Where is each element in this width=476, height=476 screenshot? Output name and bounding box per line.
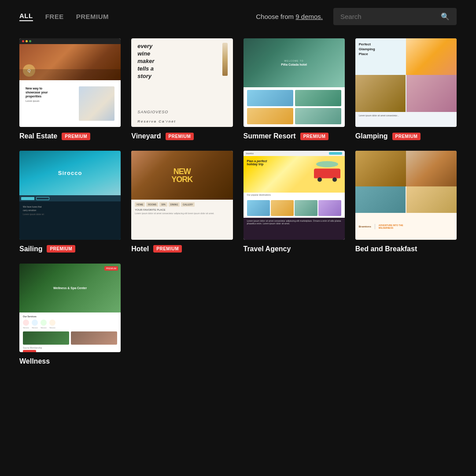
card-label-vineyard: Vineyard PREMIUM [131, 132, 232, 140]
card-name: Sailing [19, 245, 42, 253]
card-thumb-real-estate: Q New way toshowcase yourproperities Lor… [19, 38, 121, 127]
card-sailing[interactable]: Sirocco We have luxes thatcarry emotion … [19, 151, 121, 253]
card-label-glamping: Glamping PREMIUM [355, 132, 457, 140]
card-name: Travel Agency [244, 245, 291, 253]
card-name: Wellness [19, 357, 50, 365]
card-badge: PREMIUM [153, 245, 182, 253]
filter-tab-free[interactable]: FREE [45, 13, 64, 20]
card-real-estate[interactable]: Q New way toshowcase yourproperities Lor… [19, 38, 121, 140]
card-label-summer-resort: Summer Resort PREMIUM [244, 132, 345, 140]
demos-grid: Q New way toshowcase yourproperities Lor… [0, 33, 476, 383]
card-badge: PREMIUM [62, 133, 90, 140]
card-label-real-estate: Real Estate PREMIUM [19, 132, 121, 140]
card-name: Summer Resort [244, 132, 296, 140]
card-hotel[interactable]: NEWYORK HOME ROOMS SPA DINING GALLERY YO… [131, 151, 232, 253]
card-name: Bed and Breakfast [355, 245, 417, 253]
card-badge: PREMIUM [166, 133, 194, 140]
filter-tabs: ALL FREE PREMIUM [19, 12, 109, 21]
filter-tab-all[interactable]: ALL [19, 12, 33, 21]
card-name: Hotel [131, 245, 149, 253]
card-name: Real Estate [19, 132, 57, 140]
card-name: Glamping [355, 132, 388, 140]
search-box[interactable]: 🔍 [333, 8, 457, 25]
card-travel-agency[interactable]: travelco Plan a perfectholiday trip [244, 151, 345, 253]
card-label-travel-agency: Travel Agency [244, 245, 345, 253]
search-input[interactable] [340, 13, 436, 20]
card-thumb-travel-agency: travelco Plan a perfectholiday trip [244, 151, 345, 239]
card-thumb-bed-and-breakfast: Bramtons ADVENTURE INTO THEWILDERNESS [355, 151, 457, 239]
choose-label: Choose from 9 demos. [256, 13, 323, 20]
card-label-bed-and-breakfast: Bed and Breakfast [355, 245, 457, 253]
card-glamping[interactable]: PerfectGlampingPlace Lorem ipsum dolor s… [355, 38, 457, 140]
filter-tab-premium[interactable]: PREMIUM [76, 13, 109, 20]
card-thumb-glamping: PerfectGlampingPlace Lorem ipsum dolor s… [355, 38, 457, 127]
card-summer-resort[interactable]: Welcome to Piña Colada hotel Summer Reso… [244, 38, 345, 140]
card-thumb-sailing: Sirocco We have luxes thatcarry emotion … [19, 151, 121, 239]
search-icon: 🔍 [441, 12, 450, 21]
card-label-sailing: Sailing PREMIUM [19, 245, 121, 253]
card-badge: PREMIUM [300, 133, 329, 140]
card-thumb-vineyard: everywinemakertells astory Sangioveso Re… [131, 38, 232, 127]
card-thumb-wellness: PREMIUM Wellness & Spa Center Our Servic… [19, 264, 121, 352]
card-thumb-summer-resort: Welcome to Piña Colada hotel [244, 38, 345, 127]
card-name: Vineyard [131, 132, 161, 140]
card-thumb-hotel: NEWYORK HOME ROOMS SPA DINING GALLERY YO… [131, 151, 232, 239]
card-badge: PREMIUM [47, 245, 75, 253]
card-wellness[interactable]: PREMIUM Wellness & Spa Center Our Servic… [19, 264, 121, 365]
top-bar: ALL FREE PREMIUM Choose from 9 demos. 🔍 [0, 0, 476, 33]
card-vineyard[interactable]: everywinemakertells astory Sangioveso Re… [131, 38, 232, 140]
demos-count: 9 demos. [295, 13, 323, 20]
card-label-hotel: Hotel PREMIUM [131, 245, 232, 253]
card-badge: PREMIUM [392, 133, 421, 140]
card-label-wellness: Wellness [19, 357, 121, 365]
card-bed-and-breakfast[interactable]: Bramtons ADVENTURE INTO THEWILDERNESS Be… [355, 151, 457, 253]
